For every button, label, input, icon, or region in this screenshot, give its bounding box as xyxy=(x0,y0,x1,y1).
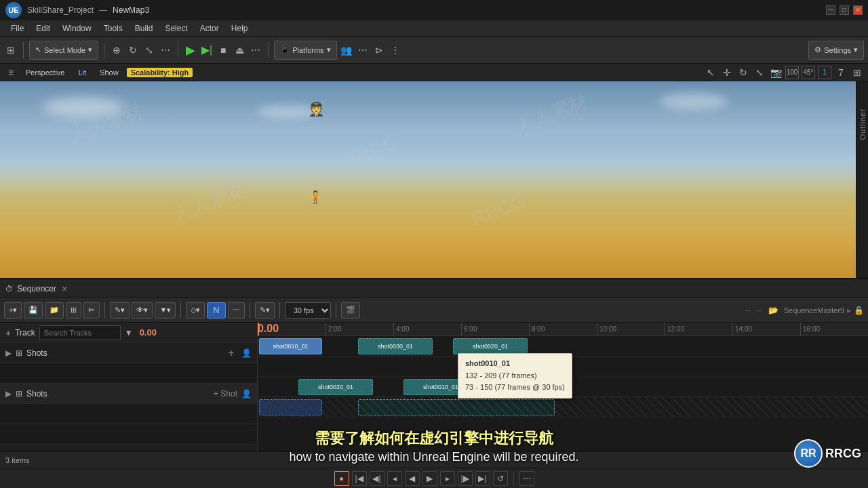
seq-add-button[interactable]: +▾ xyxy=(4,302,22,319)
breadcrumb-right-arrow[interactable]: → xyxy=(755,306,763,315)
menu-build[interactable]: Build xyxy=(130,22,159,35)
seq-render-button[interactable]: 🎬 xyxy=(341,302,360,319)
play-next-icon[interactable]: ▶| xyxy=(200,43,214,57)
seq-n-button[interactable]: N xyxy=(207,302,225,319)
skip-start-button[interactable]: |◀ xyxy=(352,471,367,486)
seq-view-button[interactable]: 👁▾ xyxy=(132,302,153,319)
ue-logo: UE xyxy=(5,2,22,18)
add-track-row: + Track ▼ 0.00 xyxy=(0,323,257,343)
sequencer-footer: 3 items xyxy=(0,451,868,468)
menu-help[interactable]: Help xyxy=(226,22,254,35)
sequencer-close-button[interactable]: × xyxy=(62,283,67,294)
platforms-button[interactable]: 📱 Platforms ▾ xyxy=(274,41,336,60)
play-icon[interactable]: ▶ xyxy=(184,43,197,57)
seq-folder-button[interactable]: 📁 xyxy=(45,302,64,319)
eject-icon[interactable]: ⏏ xyxy=(233,43,246,57)
more2-icon[interactable]: ⋯ xyxy=(249,43,262,57)
clip2-shot0020-01[interactable]: shot0020_01 xyxy=(298,379,373,395)
shots2-add-shot-button[interactable]: + Shot xyxy=(214,389,237,399)
step-back-button[interactable]: ◀| xyxy=(370,471,384,486)
select-mode-button[interactable]: ↖ Select Mode ▾ xyxy=(29,41,98,60)
pb-more-button[interactable]: ⋯ xyxy=(519,471,534,486)
more-vp-icon[interactable]: 7 xyxy=(834,66,848,79)
breadcrumb-left-arrow[interactable]: ← xyxy=(744,306,752,315)
rot-snap-icon[interactable]: 45° xyxy=(802,66,815,79)
more3-icon[interactable]: ⋯ xyxy=(356,43,370,57)
scale-snap-icon[interactable]: 1 xyxy=(818,66,831,79)
more-icon[interactable]: ⋯ xyxy=(159,43,172,57)
clip-shot0030-01[interactable]: shot0030_01 xyxy=(358,338,433,354)
cloud-1 xyxy=(43,97,124,117)
seq-filter-button[interactable]: ▼▾ xyxy=(155,302,176,319)
camera-icon[interactable]: 📷 xyxy=(769,66,783,79)
hamburger-icon[interactable]: ≡ xyxy=(4,66,18,79)
play-button[interactable]: ▶ xyxy=(422,471,437,486)
select-vp-icon[interactable]: ↖ xyxy=(704,66,717,79)
scale-icon[interactable]: ⤡ xyxy=(142,43,156,57)
viewport[interactable]: 人人素材 RRCG 人人素材 RRCG 人人素材 🧑‍✈️ 🧍 xyxy=(0,81,856,278)
record-button[interactable]: ● xyxy=(334,471,349,486)
loop-button[interactable]: ↺ xyxy=(493,471,508,486)
restore-button[interactable]: □ xyxy=(840,5,849,15)
show-button[interactable]: Show xyxy=(94,65,124,80)
seq-key-button[interactable]: ◇▾ xyxy=(186,302,205,319)
playhead-time-label: 0.00 xyxy=(258,323,279,335)
share-icon[interactable]: ⊳ xyxy=(372,43,386,57)
menu-edit[interactable]: Edit xyxy=(31,22,56,35)
minimize-button[interactable]: ─ xyxy=(826,5,835,15)
stop-icon[interactable]: ■ xyxy=(216,43,230,57)
more4-icon[interactable]: ⋮ xyxy=(389,43,402,57)
menu-window[interactable]: Window xyxy=(57,22,97,35)
seq-grid-button[interactable]: ⊞ xyxy=(66,302,81,319)
scale-vp-icon[interactable]: ⤡ xyxy=(753,66,766,79)
layout-vp-icon[interactable]: ⊞ xyxy=(850,66,864,79)
perspective-button[interactable]: Perspective xyxy=(20,65,70,80)
lit-button[interactable]: Lit xyxy=(73,65,92,80)
shots-track-1[interactable]: ▶ ⊞ Shots + 👤 xyxy=(0,343,257,363)
rotate-vp-icon[interactable]: ↻ xyxy=(736,66,750,79)
settings-icon: ⚙ xyxy=(814,45,821,54)
menu-file[interactable]: File xyxy=(5,22,29,35)
clip-shot0010-01[interactable]: shot0010_01 xyxy=(259,338,322,354)
menu-tools[interactable]: Tools xyxy=(98,22,128,35)
users-icon[interactable]: 👥 xyxy=(340,43,353,57)
translate-icon[interactable]: ⊕ xyxy=(110,43,123,57)
seq-more-button[interactable]: ⋯ xyxy=(228,302,245,319)
seq-align-button[interactable]: ⊨ xyxy=(83,302,100,319)
menu-actor[interactable]: Actor xyxy=(195,22,224,35)
shots-track-options-button[interactable]: 👤 xyxy=(241,348,252,358)
move-vp-icon[interactable]: ✛ xyxy=(720,66,734,79)
shots-track-2[interactable]: ▶ ⊞ Shots + Shot 👤 xyxy=(0,384,257,404)
playhead[interactable] xyxy=(258,323,259,336)
scalability-badge[interactable]: Scalability: High xyxy=(127,68,193,77)
clip-shot0020-01[interactable]: shot0020_01 xyxy=(453,338,528,354)
add-track-button[interactable]: + xyxy=(5,327,11,338)
close-button[interactable]: ✕ xyxy=(853,5,863,15)
grid-snap-icon[interactable]: 100 xyxy=(785,66,799,79)
seq-pen-button[interactable]: ✎▾ xyxy=(255,302,275,319)
shots2-options-button[interactable]: 👤 xyxy=(241,389,252,399)
toolbar-sep-1 xyxy=(23,42,24,58)
clip-hatch-2[interactable] xyxy=(358,399,555,415)
settings-button[interactable]: ⚙ Settings ▾ xyxy=(808,41,864,60)
next-key-button[interactable]: ▸ xyxy=(440,471,455,486)
sequencer-timeline[interactable]: 2:00 4:00 6:00 8:00 10:00 12:00 14:00 16… xyxy=(258,323,868,451)
skip-end-button[interactable]: ▶| xyxy=(475,471,490,486)
select-mode-icon: ↖ xyxy=(35,45,41,54)
window-controls[interactable]: ─ □ ✕ xyxy=(826,5,863,15)
rotate-icon[interactable]: ↻ xyxy=(126,43,140,57)
shots-track-add-button[interactable]: + xyxy=(225,347,237,359)
play-backward-button[interactable]: ◀ xyxy=(405,471,420,486)
layout-icon[interactable]: ⊞ xyxy=(4,43,18,57)
seq-save-button[interactable]: 💾 xyxy=(24,302,43,319)
step-fwd-button[interactable]: |▶ xyxy=(458,471,473,486)
seq-edit-button[interactable]: ✎▾ xyxy=(110,302,130,319)
clip-hatch-1[interactable] xyxy=(259,399,322,415)
filter-icon[interactable]: ▼ xyxy=(125,328,133,338)
prev-key-button[interactable]: ◂ xyxy=(387,471,402,486)
fps-selector[interactable]: 30 fps 24 fps 60 fps xyxy=(285,302,331,319)
seq-sep-3 xyxy=(250,302,250,319)
playback-bar: ● |◀ ◀| ◂ ◀ ▶ ▸ |▶ ▶| ↺ ⋯ xyxy=(0,468,868,488)
menu-select[interactable]: Select xyxy=(159,22,193,35)
search-tracks-input[interactable] xyxy=(39,325,121,340)
